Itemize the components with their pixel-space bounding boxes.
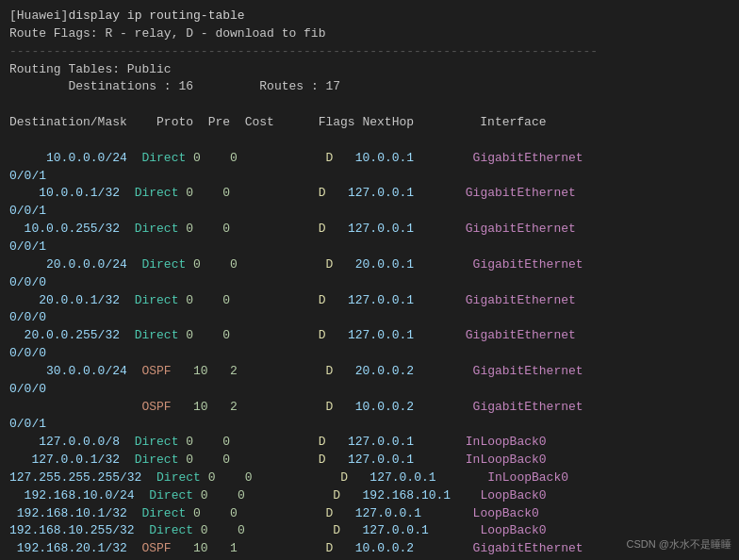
flags-line: Route Flags: R - relay, D - download to … <box>9 25 730 43</box>
table-row-cont: 0/0/1 <box>9 239 730 256</box>
table-row: 30.0.0.0/24 OSPF 10 2 D 20.0.0.2 Gigabit… <box>9 363 730 381</box>
blank-line-2 <box>9 132 730 150</box>
destinations-routes-line: Destinations : 16 Routes : 17 <box>9 78 730 96</box>
terminal: [Huawei]display ip routing-table Route F… <box>9 8 730 560</box>
table-row: 192.168.10.1/32 Direct 0 0 D 127.0.0.1 L… <box>9 505 730 523</box>
table-row-cont: 0/0/1 <box>9 203 730 221</box>
table-row-cont: 0/0/1 <box>9 168 730 186</box>
table-row: 192.168.10.0/24 Direct 0 0 D 192.168.10.… <box>9 487 730 505</box>
table-row: 127.0.0.0/8 Direct 0 0 D 127.0.0.1 InLoo… <box>9 434 730 452</box>
table-row-cont: 0/0/0 <box>9 345 730 363</box>
table-row: 20.0.0.0/24 Direct 0 0 D 20.0.0.1 Gigabi… <box>9 256 730 274</box>
table-row: 10.0.0.0/24 Direct 0 0 D 10.0.0.1 Gigabi… <box>9 150 730 168</box>
table-row: 192.168.20.1/32 OSPF 10 1 D 10.0.0.2 Gig… <box>9 540 730 558</box>
prompt-start: [Huawei] <box>9 8 68 23</box>
table-row: 20.0.0.255/32 Direct 0 0 D 127.0.0.1 Gig… <box>9 327 730 345</box>
blank-line-1 <box>9 96 730 114</box>
table-row: 127.0.0.1/32 Direct 0 0 D 127.0.0.1 InLo… <box>9 452 730 469</box>
routing-tables-line: Routing Tables: Public <box>9 61 730 79</box>
table-row: 127.255.255.255/32 Direct 0 0 D 127.0.0.… <box>9 469 730 487</box>
table-row: 10.0.0.1/32 Direct 0 0 D 127.0.0.1 Gigab… <box>9 185 730 203</box>
table-row: OSPF 10 2 D 10.0.0.2 GigabitEthernet <box>9 399 730 417</box>
table-row-cont: 0/0/0 <box>9 381 730 399</box>
table-row-cont: 0/0/1 <box>9 416 730 434</box>
table-row: 20.0.0.1/32 Direct 0 0 D 127.0.0.1 Gigab… <box>9 292 730 310</box>
table-row: 192.168.10.255/32 Direct 0 0 D 127.0.0.1… <box>9 522 730 540</box>
watermark: CSDN @水水不是睡睡 <box>627 537 731 552</box>
table-row-cont: 0/0/0 <box>9 309 730 327</box>
command-line: [Huawei]display ip routing-table <box>9 8 730 25</box>
table-row: 10.0.0.255/32 Direct 0 0 D 127.0.0.1 Gig… <box>9 221 730 239</box>
divider-line: ----------------------------------------… <box>9 43 730 61</box>
column-headers: Destination/Mask Proto Pre Cost Flags Ne… <box>9 114 730 132</box>
table-row-cont: 0/0/0 <box>9 274 730 292</box>
